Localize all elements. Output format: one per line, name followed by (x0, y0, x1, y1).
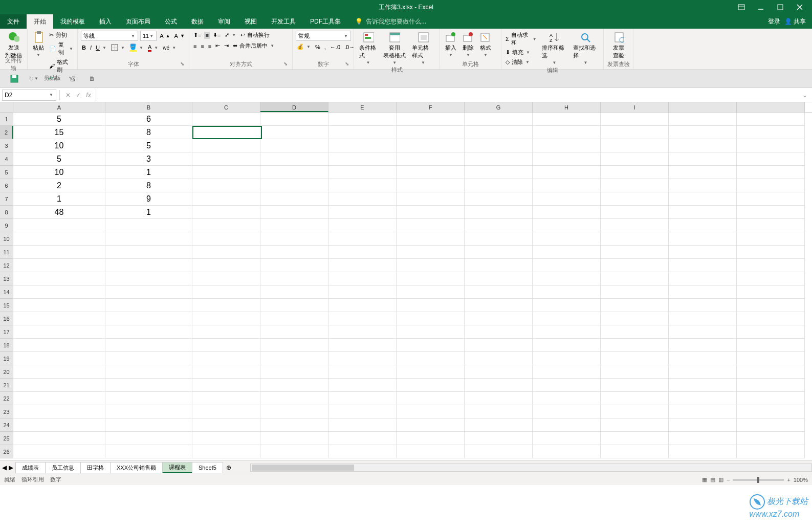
spreadsheet-grid[interactable]: ABCDEFGHI 123456789101112131415161718192… (0, 102, 812, 460)
cell[interactable] (192, 113, 260, 126)
cell[interactable] (13, 432, 105, 445)
cell[interactable] (192, 379, 260, 392)
cell[interactable] (260, 365, 328, 379)
name-box[interactable]: D2▼ (2, 90, 56, 101)
cell[interactable] (397, 206, 465, 219)
cell[interactable] (105, 392, 192, 405)
cell[interactable] (13, 299, 105, 312)
cell[interactable] (397, 352, 465, 365)
chevron-down-icon[interactable]: ▼ (448, 53, 453, 57)
cell[interactable]: 1 (105, 166, 192, 179)
phonetic-button[interactable]: wé▼ (162, 45, 178, 51)
cell[interactable] (105, 379, 192, 392)
row-header[interactable]: 15 (0, 299, 13, 312)
row-header[interactable]: 10 (0, 232, 13, 246)
cell[interactable] (465, 312, 533, 325)
cell[interactable]: 5 (13, 152, 105, 166)
cell[interactable] (669, 432, 737, 445)
cell[interactable] (260, 405, 328, 418)
tab-layout[interactable]: 页面布局 (119, 14, 158, 29)
cell[interactable]: 6 (105, 113, 192, 126)
chevron-down-icon[interactable]: ▼ (36, 53, 41, 57)
dialog-launcher-icon[interactable]: ⬊ (180, 61, 185, 67)
cell[interactable] (601, 405, 669, 418)
italic-button[interactable]: I (89, 44, 93, 51)
cell[interactable] (328, 139, 397, 152)
cell[interactable] (328, 325, 397, 339)
chevron-down-icon[interactable]: ▼ (139, 46, 144, 50)
cell[interactable] (465, 206, 533, 219)
cell[interactable] (328, 352, 397, 365)
cell[interactable] (105, 352, 192, 365)
cell[interactable] (105, 445, 192, 458)
cell[interactable] (737, 312, 805, 325)
cancel-formula-button[interactable]: ✕ (63, 90, 73, 100)
chevron-down-icon[interactable]: ▼ (130, 34, 136, 38)
row-header[interactable]: 13 (0, 272, 13, 285)
cell[interactable] (192, 432, 260, 445)
cell[interactable] (669, 272, 737, 285)
cell[interactable] (465, 166, 533, 179)
cell[interactable] (192, 272, 260, 285)
column-header[interactable] (737, 102, 805, 112)
new-sheet-button[interactable]: ⊕ (223, 464, 235, 471)
cell[interactable] (465, 152, 533, 166)
chevron-down-icon[interactable]: ▼ (466, 53, 471, 57)
cell[interactable] (397, 179, 465, 192)
cell[interactable] (328, 166, 397, 179)
fill-color-button[interactable]: 🪣▼ (128, 43, 145, 52)
cell[interactable] (737, 219, 805, 232)
cell[interactable] (737, 418, 805, 432)
cell[interactable] (105, 418, 192, 432)
cell[interactable] (260, 259, 328, 272)
cell[interactable] (669, 166, 737, 179)
cell[interactable] (465, 352, 533, 365)
row-header[interactable]: 12 (0, 259, 13, 272)
autosum-button[interactable]: Σ自动求和▼ (504, 31, 538, 47)
cell[interactable] (465, 432, 533, 445)
sort-filter-button[interactable]: AZ排序和筛选▼ (540, 31, 569, 66)
font-color-button[interactable]: A▼ (147, 43, 160, 52)
format-painter-button[interactable]: 🖌格式刷 (48, 58, 74, 74)
cell[interactable] (260, 219, 328, 232)
chevron-down-icon[interactable]: ▼ (525, 50, 531, 55)
cell[interactable] (397, 405, 465, 418)
increase-indent-button[interactable]: ⇥ (223, 42, 230, 50)
cell[interactable] (533, 312, 601, 325)
cell[interactable] (397, 285, 465, 299)
cell[interactable] (192, 392, 260, 405)
cell[interactable] (260, 432, 328, 445)
cell[interactable] (601, 339, 669, 352)
zoom-out-button[interactable]: − (727, 477, 730, 483)
chevron-down-icon[interactable]: ▼ (171, 46, 177, 50)
cell[interactable] (533, 246, 601, 259)
cell[interactable] (260, 152, 328, 166)
align-right-button[interactable]: ≡ (207, 42, 212, 50)
cell[interactable] (737, 285, 805, 299)
cell[interactable]: 10 (13, 166, 105, 179)
cell[interactable]: 48 (13, 206, 105, 219)
row-header[interactable]: 20 (0, 365, 13, 379)
column-header[interactable]: C (192, 102, 260, 112)
cell[interactable] (533, 299, 601, 312)
cell[interactable] (105, 299, 192, 312)
cell[interactable] (13, 418, 105, 432)
cell[interactable] (260, 126, 328, 139)
tab-pdf[interactable]: PDF工具集 (303, 14, 348, 29)
cell[interactable] (533, 339, 601, 352)
cell[interactable] (737, 432, 805, 445)
insert-function-button[interactable]: fx (83, 90, 94, 100)
column-header[interactable]: F (397, 102, 465, 112)
cell[interactable] (737, 379, 805, 392)
sheet-tab[interactable]: XXX公司销售额 (110, 462, 163, 473)
cell[interactable] (192, 339, 260, 352)
cell[interactable] (328, 152, 397, 166)
cut-button[interactable]: ✂剪切 (48, 31, 74, 39)
orientation-button[interactable]: ⤢▼ (224, 31, 237, 39)
cell[interactable]: 2 (13, 179, 105, 192)
cell[interactable] (465, 285, 533, 299)
row-header[interactable]: 6 (0, 179, 13, 192)
cell[interactable] (669, 246, 737, 259)
cell[interactable] (465, 139, 533, 152)
cell[interactable] (465, 246, 533, 259)
